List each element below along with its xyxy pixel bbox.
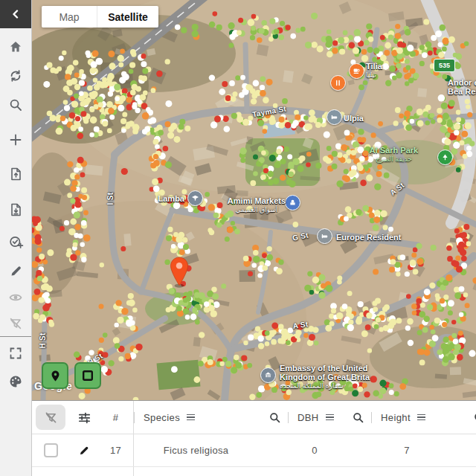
filter-off-button[interactable] bbox=[0, 315, 31, 332]
palette-button[interactable] bbox=[0, 373, 31, 390]
check-circle-plus-icon bbox=[8, 234, 24, 250]
sidebar-divider bbox=[0, 336, 31, 337]
route-shield: 535 bbox=[434, 59, 455, 72]
poi-label[interactable]: Embassy of the United Kingdom of Great B… bbox=[280, 364, 370, 390]
table-filter-off-button[interactable] bbox=[36, 405, 65, 430]
eye-icon bbox=[8, 290, 23, 305]
table-row[interactable]: 17 Ficus religiosa 0 7 bbox=[31, 434, 476, 467]
data-table: # Species DBH Height bbox=[31, 400, 476, 476]
add-button[interactable] bbox=[0, 131, 31, 149]
column-divider bbox=[288, 412, 289, 423]
file-upload-button[interactable] bbox=[0, 165, 31, 183]
column-header-dbh: DBH bbox=[298, 412, 319, 423]
height-search-icon[interactable] bbox=[473, 411, 476, 424]
search-icon bbox=[8, 97, 23, 112]
draw-shape-button[interactable] bbox=[74, 362, 101, 389]
file-upload-icon bbox=[8, 167, 23, 181]
poi-label[interactable]: Andor e Bea Res bbox=[448, 78, 476, 96]
square-shape-icon bbox=[82, 370, 94, 382]
embassy-icon[interactable] bbox=[260, 367, 276, 383]
cell-species: Ficus religiosa bbox=[134, 445, 288, 456]
poi-label[interactable]: Al Sarh Parkحديقة الصرح bbox=[351, 146, 437, 164]
plus-icon bbox=[8, 132, 23, 147]
palette-icon bbox=[8, 374, 23, 389]
table-row[interactable]: 18 Ficus religiosa 70 8 bbox=[31, 467, 476, 476]
table-settings-button[interactable] bbox=[70, 401, 98, 434]
dbh-sort-menu-icon[interactable] bbox=[326, 414, 334, 421]
file-download-icon bbox=[8, 202, 23, 217]
height-sort-menu-icon[interactable] bbox=[417, 414, 425, 421]
map-canvas[interactable]: Map Satellite Tayma St I St H St H St G … bbox=[31, 0, 476, 400]
edit-button[interactable] bbox=[0, 262, 31, 280]
pencil-icon bbox=[78, 445, 90, 457]
tree-survey-app: Map Satellite Tayma St I St H St H St G … bbox=[0, 0, 476, 476]
sync-button[interactable] bbox=[0, 67, 31, 85]
filter-off-icon bbox=[8, 316, 23, 331]
street-label: H St bbox=[39, 332, 47, 348]
lodging-icon[interactable] bbox=[317, 228, 332, 244]
school-icon[interactable] bbox=[187, 190, 203, 206]
home-icon bbox=[8, 39, 23, 54]
cell-dbh: 0 bbox=[288, 445, 371, 456]
file-download-button[interactable] bbox=[0, 201, 31, 219]
column-divider bbox=[134, 412, 135, 423]
column-header-species: Species bbox=[144, 412, 180, 423]
lodging-icon[interactable] bbox=[327, 109, 342, 125]
row-edit-button[interactable] bbox=[70, 434, 98, 466]
satellite-view-button[interactable]: Satellite bbox=[97, 6, 158, 28]
dbh-search-icon[interactable] bbox=[352, 411, 364, 424]
poi-label[interactable]: Tiliaتيليا bbox=[366, 62, 382, 80]
home-button[interactable] bbox=[0, 38, 31, 56]
restaurant-icon[interactable] bbox=[330, 75, 346, 91]
row-edit-button[interactable] bbox=[70, 467, 98, 476]
location-pin-icon bbox=[49, 370, 62, 382]
filter-off-icon bbox=[44, 411, 58, 425]
poi-label[interactable]: Amimi Marketsأسواق العميمي bbox=[205, 196, 309, 214]
column-divider bbox=[371, 412, 372, 423]
sync-icon bbox=[8, 68, 23, 83]
row-checkbox[interactable] bbox=[44, 443, 58, 457]
search-tool-button[interactable] bbox=[0, 96, 31, 114]
column-header-height: Height bbox=[381, 412, 411, 423]
selected-marker-pin[interactable] bbox=[168, 256, 190, 289]
species-search-icon[interactable] bbox=[268, 411, 281, 424]
cell-row-number: 17 bbox=[110, 445, 121, 456]
table-header-row: # Species DBH Height bbox=[31, 401, 476, 434]
poi-label[interactable]: Lamba bbox=[143, 194, 184, 203]
cafe-icon[interactable] bbox=[349, 63, 364, 79]
map-view-button[interactable]: Map bbox=[42, 6, 97, 28]
poi-label[interactable]: Europe Resident bbox=[336, 233, 401, 242]
poi-label[interactable]: Ulpia bbox=[344, 114, 364, 123]
chevron-left-icon bbox=[11, 10, 20, 19]
crop-frame-button[interactable] bbox=[0, 344, 31, 362]
tune-icon bbox=[77, 411, 91, 425]
cell-height: 7 bbox=[371, 445, 469, 456]
collapse-sidebar-button[interactable] bbox=[0, 0, 31, 28]
park-icon[interactable] bbox=[437, 149, 453, 165]
crop-frame-icon bbox=[8, 346, 23, 361]
species-sort-menu-icon[interactable] bbox=[187, 414, 195, 421]
map-type-control: Map Satellite bbox=[42, 6, 158, 28]
toolbar-sidebar bbox=[0, 0, 32, 476]
visibility-button[interactable] bbox=[0, 289, 31, 306]
add-marker-button[interactable] bbox=[42, 362, 68, 389]
street-label: I St bbox=[106, 193, 115, 205]
column-header-number: # bbox=[113, 412, 119, 423]
select-add-button[interactable] bbox=[0, 233, 31, 251]
pencil-icon bbox=[9, 264, 23, 278]
